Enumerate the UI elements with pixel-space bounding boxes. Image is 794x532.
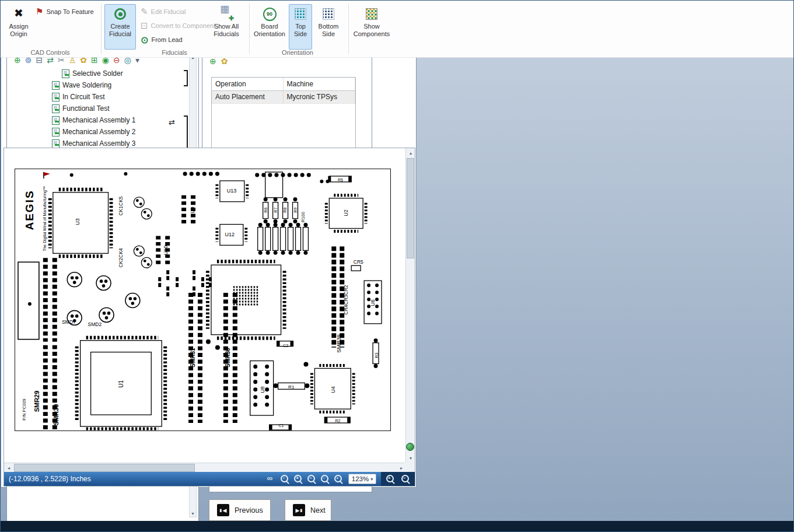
snap-to-feature-button[interactable]: Snap To Feature	[36, 5, 94, 18]
top-side-button[interactable]: Top Side	[289, 4, 312, 50]
column-header-machine[interactable]: Machine	[283, 78, 355, 90]
from-lead-icon	[141, 34, 148, 46]
edit-fiducial-button[interactable]: Edit Fiducial	[141, 5, 186, 18]
pcb-ref-label: C1	[278, 424, 284, 428]
zoom-toolbar-secondary: +−	[381, 472, 415, 486]
cad-statusbar: (-12.0936 , 2.5228) Inches ▫+−◦▪ 123% ▾ …	[4, 472, 415, 486]
pcb-ref-label: U8	[260, 386, 265, 393]
scroll-left-icon[interactable]: ◂	[4, 463, 13, 473]
convert-to-component-icon	[141, 20, 148, 31]
zoom-window-icon[interactable]: ▫	[280, 474, 290, 484]
operation-icon	[61, 69, 70, 78]
tree-item[interactable]: Wave Soldering	[8, 79, 186, 91]
pcb-ref-label: CK2CK4	[118, 249, 124, 268]
tree-item[interactable]: Functional Test	[8, 103, 186, 114]
tree-item-label: Selective Solder	[72, 69, 123, 78]
group-label: Fiducials	[101, 49, 248, 56]
pcb-ref-label: SMR31	[190, 348, 196, 368]
pcb-ref-label: SMR39	[335, 334, 342, 353]
pan-view-icon[interactable]	[267, 474, 277, 484]
group-separator	[348, 4, 349, 54]
swap-branches-icon[interactable]	[169, 118, 175, 127]
tree-item-label: Mechanical Assembly 3	[62, 139, 135, 148]
scrollbar-corner	[405, 463, 415, 473]
tree-item-label: Wave Soldering	[62, 81, 111, 89]
pcb-ref-label: AEGIS	[23, 190, 36, 230]
globe-button[interactable]	[406, 443, 414, 451]
zoom-sheet-icon[interactable]: ▪	[334, 474, 344, 484]
pcb-board: AEGISThe Digital Mind of Manufacturing™P…	[15, 169, 391, 431]
pcb-ref-label: R6	[263, 207, 267, 212]
pcb-ref-label: R2	[335, 418, 340, 422]
convert-to-component-button[interactable]: Convert to Component	[141, 19, 215, 32]
pcb-ref-label: U1	[118, 380, 124, 388]
pcb-ref-label: CK1CK5	[118, 196, 124, 215]
window-frame-bottom	[1, 521, 793, 531]
vertical-scrollbar[interactable]: ▴ ▾	[405, 148, 415, 463]
show-all-fiducials-icon	[220, 8, 233, 20]
zoom-out-secondary-icon[interactable]: −	[401, 474, 411, 484]
pcb-ref-label: R9	[293, 207, 297, 212]
from-lead-button[interactable]: From Lead	[141, 33, 183, 46]
scroll-down-icon[interactable]: ▾	[190, 511, 196, 516]
show-components-icon	[366, 8, 377, 20]
scroll-up-icon[interactable]: ▴	[406, 148, 415, 158]
operation-icon	[51, 81, 60, 89]
pcb-ref-label: U6	[370, 299, 376, 306]
zoom-in-icon[interactable]: +	[293, 474, 303, 484]
tree-item-label: Mechanical Assembly 1	[62, 116, 135, 124]
pcb-ref-label: C2	[283, 343, 288, 347]
tree-item-label: Mechanical Assembly 2	[62, 128, 135, 136]
cad-canvas[interactable]: AEGISThe Digital Mind of Manufacturing™P…	[4, 148, 406, 463]
tree-item[interactable]: Mechanical Assembly 1	[8, 114, 186, 126]
pcb-labels: AEGISThe Digital Mind of Manufacturing™P…	[15, 169, 390, 430]
pcb-ref-label: R100	[300, 212, 305, 222]
scroll-down-icon[interactable]: ▾	[406, 453, 415, 463]
ribbon: Assign Origin Snap To Feature CAD Contro…	[1, 1, 793, 58]
board-orientation-button[interactable]: 90 Board Orientation	[253, 4, 286, 50]
pcb-ref-label: R1	[288, 384, 294, 390]
pcb-ref-label: U2	[343, 209, 349, 216]
pcb-ref-label: U4	[330, 386, 336, 393]
zoom-value: 123%	[352, 475, 369, 482]
pcb-ref-label: R5	[338, 177, 343, 181]
machine-row[interactable]: Auto Placement Mycronic TPSys	[212, 90, 355, 103]
scrollbar-thumb[interactable]	[14, 464, 195, 472]
zoom-toolbar: ▫+−◦▪	[267, 474, 344, 484]
top-side-icon	[295, 8, 306, 20]
zoom-selection-icon[interactable]: ◦	[320, 474, 330, 484]
pcb-ref-label: The Digital Mind of Manufacturing™	[43, 186, 47, 251]
bottom-side-icon	[323, 8, 334, 20]
zoom-in-secondary-icon[interactable]: +	[386, 474, 396, 484]
pcb-ref-label: CR4CR3CR2	[343, 285, 349, 314]
tree-item[interactable]: Selective Solder	[8, 68, 186, 79]
pcb-ref-label: SMR29	[33, 391, 40, 412]
column-header-operation[interactable]: Operation	[212, 78, 283, 90]
group-separator	[101, 4, 102, 54]
zoom-out-icon[interactable]: −	[307, 474, 317, 484]
assign-origin-icon	[14, 10, 23, 19]
tree-item[interactable]: Mechanical Assembly 2	[8, 126, 186, 138]
assign-origin-button[interactable]: Assign Origin	[4, 4, 33, 50]
next-label: Next	[310, 506, 326, 514]
chevron-down-icon: ▾	[370, 477, 373, 482]
snap-flag-icon	[36, 6, 43, 17]
group-label: CAD Controls	[1, 49, 100, 56]
operation-icon	[51, 116, 60, 124]
horizontal-scrollbar[interactable]: ◂ ▸	[4, 463, 406, 473]
operation-icon	[51, 128, 60, 136]
previous-button[interactable]: Previous	[209, 499, 271, 521]
create-fiducial-button[interactable]: Create Fiducial	[104, 4, 136, 50]
show-all-fiducials-button[interactable]: Show All Fiducials	[209, 4, 243, 50]
scrollbar-thumb[interactable]	[407, 158, 414, 258]
group-separator	[249, 4, 250, 54]
show-components-button[interactable]: Show Components	[353, 4, 390, 50]
operation-icon	[51, 104, 60, 113]
zoom-level-select[interactable]: 123% ▾	[348, 474, 376, 484]
operation-icon	[51, 93, 60, 101]
tree-item[interactable]: In Circuit Test	[8, 91, 186, 103]
bottom-side-button[interactable]: Bottom Side	[314, 4, 342, 50]
pcb-ref-label: P/N PC009	[21, 398, 26, 421]
pcb-ref-label: R7	[273, 207, 277, 212]
next-button[interactable]: Next	[285, 499, 331, 521]
